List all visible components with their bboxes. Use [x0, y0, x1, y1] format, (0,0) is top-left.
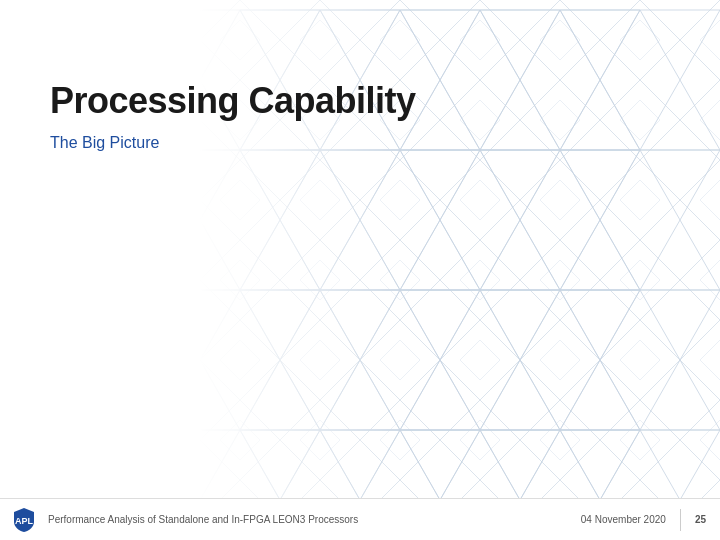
svg-text:APL: APL: [15, 516, 34, 526]
footer-presentation-title: Performance Analysis of Standalone and I…: [48, 514, 358, 525]
footer-right: 04 November 2020 25: [581, 509, 706, 531]
slide-content: Processing Capability The Big Picture: [0, 0, 720, 540]
slide-title: Processing Capability: [50, 80, 670, 122]
footer-date: 04 November 2020: [581, 514, 666, 525]
slide-subtitle: The Big Picture: [50, 134, 670, 152]
apl-logo: APL: [10, 506, 38, 534]
footer-page-number: 25: [695, 514, 706, 525]
footer-separator: [680, 509, 681, 531]
footer-left: APL Performance Analysis of Standalone a…: [10, 506, 358, 534]
slide: Processing Capability The Big Picture AP…: [0, 0, 720, 540]
slide-footer: APL Performance Analysis of Standalone a…: [0, 498, 720, 540]
